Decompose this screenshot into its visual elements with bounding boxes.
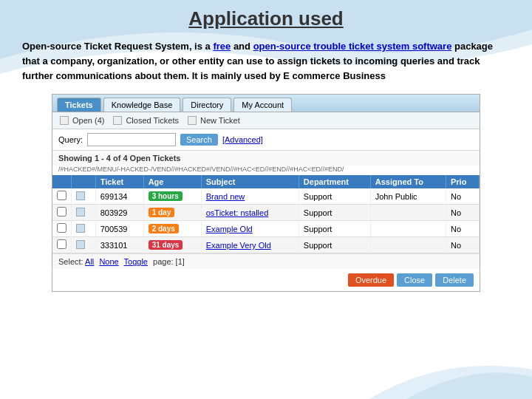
select-all-link[interactable]: All bbox=[85, 257, 94, 266]
close-button[interactable]: Close bbox=[397, 273, 432, 287]
subnav-open-label: Open (4) bbox=[72, 116, 104, 125]
delete-button[interactable]: Delete bbox=[435, 273, 474, 287]
col-subject: Subject bbox=[201, 175, 299, 188]
ticket-table: Ticket Age Subject Department Assigned T… bbox=[52, 175, 480, 253]
col-age: Age bbox=[143, 175, 201, 188]
col-icon bbox=[72, 175, 96, 188]
ticket-icon-open bbox=[60, 116, 69, 125]
row-subject[interactable]: Brand new bbox=[201, 188, 299, 205]
results-open-label: Open Tickets bbox=[130, 154, 181, 163]
description-text: Open-source Ticket Request System, is a … bbox=[22, 39, 510, 83]
row-age: 1 day bbox=[143, 205, 201, 221]
row-icon bbox=[72, 237, 96, 253]
free-link[interactable]: free bbox=[213, 41, 231, 52]
row-age: 3 hours bbox=[143, 188, 201, 205]
subnav-closed-tickets[interactable]: Closed Tickets bbox=[110, 115, 182, 126]
col-checkbox bbox=[52, 175, 72, 188]
page-label: page: [1] bbox=[153, 257, 185, 266]
overdue-button[interactable]: Overdue bbox=[348, 273, 394, 287]
ticket-icon-closed bbox=[113, 116, 122, 125]
open-source-link[interactable]: open-source trouble ticket system softwa… bbox=[253, 41, 452, 52]
row-ticket-id: 700539 bbox=[95, 221, 143, 237]
row-priority: No bbox=[446, 221, 479, 237]
row-icon bbox=[72, 188, 96, 205]
row-subject[interactable]: Example Old bbox=[201, 221, 299, 237]
search-label: Query: bbox=[58, 135, 83, 144]
row-priority: No bbox=[446, 188, 479, 205]
row-ticket-id: 333101 bbox=[95, 237, 143, 253]
subnav-new-ticket[interactable]: New Ticket bbox=[185, 115, 243, 126]
row-checkbox[interactable] bbox=[52, 221, 72, 237]
subnav-open-tickets[interactable]: Open (4) bbox=[57, 115, 107, 126]
table-row: 333101 31 days Example Very Old Support … bbox=[52, 237, 480, 253]
row-age: 31 days bbox=[143, 237, 201, 253]
col-ticket: Ticket bbox=[95, 175, 143, 188]
row-subject[interactable]: Example Very Old bbox=[201, 237, 299, 253]
page-title: Application used bbox=[22, 7, 510, 30]
row-assigned bbox=[370, 237, 446, 253]
top-nav: Tickets Knowledge Base Directory My Acco… bbox=[52, 95, 480, 112]
table-header-row: Ticket Age Subject Department Assigned T… bbox=[52, 175, 480, 188]
col-priority: Prio bbox=[446, 175, 479, 188]
table-row: 700539 2 days Example Old Support No bbox=[52, 221, 480, 237]
row-priority: No bbox=[446, 237, 479, 253]
results-count: Showing 1 - 4 of 4 bbox=[58, 154, 128, 163]
row-checkbox[interactable] bbox=[52, 205, 72, 221]
row-checkbox[interactable] bbox=[52, 188, 72, 205]
subnav-new-label: New Ticket bbox=[200, 116, 240, 125]
results-path: /#HACKED#/MENU/-HACKED-/VEND//#HACKED#/V… bbox=[52, 166, 480, 175]
results-header: Showing 1 - 4 of 4 Open Tickets bbox=[52, 151, 480, 166]
row-age: 2 days bbox=[143, 221, 201, 237]
row-department: Support bbox=[299, 221, 370, 237]
action-buttons: Overdue Close Delete bbox=[52, 269, 480, 291]
age-badge: 31 days bbox=[149, 240, 183, 250]
row-assigned bbox=[370, 221, 446, 237]
tab-my-account[interactable]: My Account bbox=[233, 98, 292, 112]
row-department: Support bbox=[299, 205, 370, 221]
row-icon bbox=[72, 221, 96, 237]
row-checkbox[interactable] bbox=[52, 237, 72, 253]
row-icon bbox=[72, 205, 96, 221]
tab-tickets[interactable]: Tickets bbox=[57, 98, 101, 112]
select-label: Select: bbox=[58, 257, 83, 266]
row-ticket-id: 699134 bbox=[95, 188, 143, 205]
advanced-link[interactable]: [Advanced] bbox=[222, 135, 263, 144]
age-badge: 2 days bbox=[149, 224, 179, 233]
search-input[interactable] bbox=[87, 133, 176, 146]
age-badge: 1 day bbox=[149, 208, 175, 217]
ticket-app: Tickets Knowledge Base Directory My Acco… bbox=[52, 94, 480, 292]
search-row: Query: Search [Advanced] bbox=[52, 129, 480, 151]
table-row: 699134 3 hours Brand new Support John Pu… bbox=[52, 188, 480, 205]
subnav-closed-label: Closed Tickets bbox=[126, 116, 179, 125]
search-button[interactable]: Search bbox=[180, 134, 218, 146]
row-department: Support bbox=[299, 188, 370, 205]
sub-nav: Open (4) Closed Tickets New Ticket bbox=[52, 112, 480, 129]
row-subject[interactable]: osTicket: nstalled bbox=[201, 205, 299, 221]
row-assigned bbox=[370, 205, 446, 221]
age-badge: 3 hours bbox=[149, 191, 183, 201]
row-department: Support bbox=[299, 237, 370, 253]
row-assigned: John Public bbox=[370, 188, 446, 205]
row-priority: No bbox=[446, 205, 479, 221]
col-department: Department bbox=[299, 175, 370, 188]
select-toggle-link[interactable]: Toggle bbox=[124, 257, 148, 266]
row-ticket-id: 803929 bbox=[95, 205, 143, 221]
select-none-link[interactable]: None bbox=[99, 257, 118, 266]
tab-directory[interactable]: Directory bbox=[183, 98, 231, 112]
table-row: 803929 1 day osTicket: nstalled Support … bbox=[52, 205, 480, 221]
col-assigned: Assigned To bbox=[370, 175, 446, 188]
table-footer: Select: All None Toggle page: [1] bbox=[52, 253, 480, 269]
new-ticket-icon bbox=[188, 116, 197, 125]
tab-knowledge-base[interactable]: Knowledge Base bbox=[103, 98, 181, 112]
